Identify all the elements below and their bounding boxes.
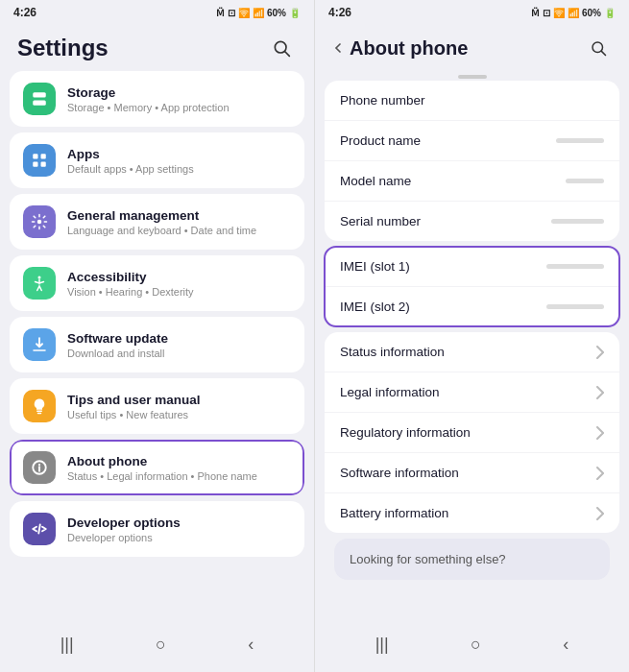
left-nav-back[interactable]: ‹ (238, 631, 263, 659)
svg-rect-21 (546, 264, 604, 269)
right-signal-icon: 📶 (568, 8, 579, 18)
about-item-model-name[interactable]: Model name (325, 161, 619, 202)
left-battery: 60% (267, 8, 286, 18)
settings-item-general[interactable]: General management Language and keyboard… (10, 194, 304, 250)
about-item-imei-slot2[interactable]: IMEI (slot 2) (325, 287, 619, 326)
software-update-icon (23, 328, 56, 361)
svg-rect-11 (37, 413, 42, 415)
about-phone-page-title: About phone (350, 37, 583, 60)
developer-icon (23, 513, 56, 545)
accessibility-icon (23, 267, 56, 300)
about-phone-card: About phone Status • Legal information •… (10, 440, 304, 495)
wifi-icon: 🛜 (238, 8, 250, 18)
right-nav-bar: ||| ○ ‹ (315, 621, 629, 672)
settings-title: Settings (17, 35, 109, 61)
settings-item-tips[interactable]: Tips and user manual Useful tips • New f… (10, 378, 304, 434)
accessibility-title: Accessibility (67, 269, 291, 286)
about-phone-text: About phone Status • Legal information •… (67, 453, 291, 483)
storage-card: Storage Storage • Memory • App protectio… (10, 71, 304, 127)
general-icon (23, 205, 56, 238)
left-status-bar: 4:26 M̈ ⊡ 🛜 📶 60% 🔋 (0, 0, 314, 23)
settings-item-developer[interactable]: Developer options Developer options (10, 501, 304, 557)
about-item-serial-number[interactable]: Serial number (325, 202, 619, 241)
right-photo-icon: ⊡ (543, 8, 550, 18)
model-name-value (566, 175, 604, 188)
about-phone-header: About phone (315, 23, 629, 71)
left-nav-home[interactable]: ○ (146, 631, 176, 659)
chevron-right-icon (596, 426, 604, 440)
svg-rect-6 (33, 162, 37, 167)
accessibility-subtitle: Vision • Hearing • Dexterity (67, 286, 291, 298)
about-item-software-info[interactable]: Software information (325, 453, 619, 493)
left-panel: 4:26 M̈ ⊡ 🛜 📶 60% 🔋 Settings Storag (0, 0, 314, 672)
right-nav-home[interactable]: ○ (461, 631, 491, 659)
serial-number-label: Serial number (340, 214, 551, 228)
settings-header: Settings (0, 23, 314, 71)
svg-rect-2 (33, 92, 46, 97)
developer-title: Developer options (67, 515, 291, 532)
back-button[interactable] (330, 40, 346, 56)
left-nav-bar: ||| ○ ‹ (0, 621, 314, 672)
tips-title: Tips and user manual (67, 392, 291, 409)
about-search-button[interactable] (583, 33, 614, 63)
settings-item-storage[interactable]: Storage Storage • Memory • App protectio… (10, 71, 304, 127)
legal-info-label: Legal information (340, 385, 596, 399)
product-name-label: Product name (340, 133, 556, 148)
looking-label: Looking for something else? (350, 552, 506, 566)
accessibility-text: Accessibility Vision • Hearing • Dexteri… (67, 269, 291, 299)
about-item-regulatory-info[interactable]: Regulatory information (325, 413, 619, 453)
storage-text: Storage Storage • Memory • App protectio… (67, 84, 291, 114)
sim-icon: M̈ (216, 8, 225, 18)
about-phone-title: About phone (67, 453, 291, 470)
status-info-label: Status information (340, 345, 596, 359)
settings-search-button[interactable] (266, 33, 297, 63)
accessibility-card: Accessibility Vision • Hearing • Dexteri… (10, 255, 304, 311)
settings-item-accessibility[interactable]: Accessibility Vision • Hearing • Dexteri… (10, 255, 304, 311)
software-update-text: Software update Download and install (67, 330, 291, 360)
right-wifi-icon: 🛜 (553, 8, 565, 18)
software-update-subtitle: Download and install (67, 348, 291, 359)
about-item-imei-slot1[interactable]: IMEI (slot 1) (325, 247, 619, 287)
chevron-right-icon (596, 507, 604, 520)
about-item-product-name[interactable]: Product name (325, 121, 619, 161)
about-item-phone-number[interactable]: Phone number (325, 81, 619, 121)
right-status-icons: M̈ ⊡ 🛜 📶 60% 🔋 (531, 8, 616, 18)
right-panel: 4:26 M̈ ⊡ 🛜 📶 60% 🔋 About phone Phone nu… (315, 0, 629, 672)
developer-card: Developer options Developer options (10, 501, 304, 557)
left-nav-recents[interactable]: ||| (51, 631, 84, 659)
about-phone-subtitle: Status • Legal information • Phone name (67, 470, 291, 482)
right-nav-back[interactable]: ‹ (553, 631, 578, 659)
about-item-status-info[interactable]: Status information (325, 332, 619, 372)
svg-rect-22 (546, 304, 604, 309)
right-status-bar: 4:26 M̈ ⊡ 🛜 📶 60% 🔋 (315, 0, 629, 23)
about-item-battery-info[interactable]: Battery information (325, 493, 619, 533)
looking-section[interactable]: Looking for something else? (334, 539, 610, 580)
svg-rect-4 (33, 154, 37, 158)
svg-rect-10 (36, 411, 42, 413)
settings-item-about-phone[interactable]: About phone Status • Legal information •… (10, 440, 304, 495)
about-item-legal-info[interactable]: Legal information (325, 372, 619, 413)
imei-group: IMEI (slot 1) IMEI (slot 2) (325, 247, 619, 326)
svg-rect-20 (551, 219, 604, 224)
about-phone-icon (23, 451, 56, 484)
product-name-value (556, 134, 604, 148)
storage-title: Storage (67, 84, 291, 102)
settings-item-apps[interactable]: Apps Default apps • App settings (10, 132, 304, 188)
imei-slot2-label: IMEI (slot 2) (340, 300, 546, 314)
left-time: 4:26 (13, 6, 36, 19)
storage-subtitle: Storage • Memory • App protection (67, 102, 291, 113)
svg-line-15 (38, 525, 40, 534)
battery-info-label: Battery information (340, 506, 596, 520)
apps-subtitle: Default apps • App settings (67, 163, 291, 175)
right-nav-recents[interactable]: ||| (366, 631, 399, 659)
chevron-right-icon (596, 346, 604, 359)
developer-subtitle: Developer options (67, 532, 291, 543)
storage-icon (23, 83, 56, 115)
settings-item-software-update[interactable]: Software update Download and install (10, 317, 304, 372)
software-update-card: Software update Download and install (10, 317, 304, 372)
photo-icon: ⊡ (228, 8, 235, 18)
right-time: 4:26 (328, 6, 351, 19)
general-text: General management Language and keyboard… (67, 207, 291, 237)
general-title: General management (67, 207, 291, 225)
chevron-right-icon (596, 386, 604, 399)
